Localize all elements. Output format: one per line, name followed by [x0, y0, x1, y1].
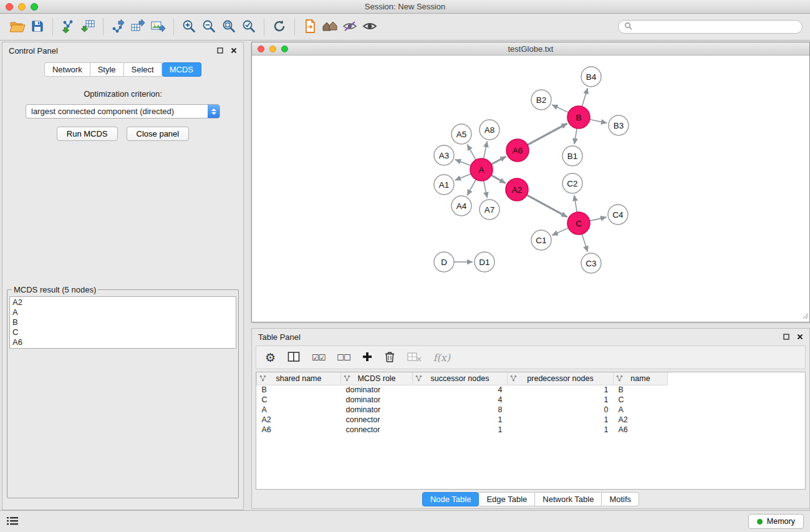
- network-node-A8[interactable]: A8: [480, 120, 499, 140]
- add-column-button[interactable]: [362, 352, 372, 364]
- import-table-button[interactable]: [78, 17, 98, 37]
- memory-button[interactable]: Memory: [748, 514, 804, 529]
- table-row[interactable]: A2connector11A2: [257, 415, 806, 425]
- criterion-dropdown[interactable]: largest connected component (directed): [26, 104, 220, 118]
- close-network-button[interactable]: [258, 46, 264, 52]
- network-node-B[interactable]: B: [567, 106, 590, 128]
- tab-network-table[interactable]: Network Table: [535, 492, 602, 506]
- table-cell[interactable]: A6: [614, 425, 668, 435]
- zoom-network-button[interactable]: [281, 46, 288, 52]
- close-window-button[interactable]: [6, 3, 13, 11]
- network-edge-A-A5[interactable]: [467, 145, 476, 160]
- table-row[interactable]: Adominator80A: [257, 405, 806, 415]
- mcds-result-item[interactable]: B: [12, 317, 233, 327]
- network-node-D[interactable]: D: [434, 252, 454, 272]
- tab-network[interactable]: Network: [44, 62, 90, 77]
- network-edge-B-B3[interactable]: [590, 120, 607, 123]
- network-edge-A-A6[interactable]: [491, 157, 506, 165]
- network-node-A5[interactable]: A5: [451, 124, 471, 144]
- table-cell[interactable]: A2: [257, 415, 341, 425]
- export-table-button[interactable]: [128, 17, 148, 37]
- table-cell[interactable]: 4: [413, 385, 508, 395]
- delete-column-button[interactable]: [384, 351, 395, 365]
- network-node-C4[interactable]: C4: [608, 205, 628, 225]
- network-edge-A-A8[interactable]: [484, 142, 488, 159]
- function-builder-button[interactable]: f(x): [433, 352, 450, 364]
- table-cell[interactable]: dominator: [341, 385, 413, 395]
- network-edge-A6-B[interactable]: [528, 123, 567, 145]
- table-row[interactable]: A6connector11A6: [257, 425, 806, 435]
- network-node-B4[interactable]: B4: [581, 67, 601, 87]
- column-header-successor-nodes[interactable]: successor nodes: [413, 372, 508, 385]
- network-edge-B-B4[interactable]: [582, 88, 587, 107]
- table-cell[interactable]: 1: [508, 385, 614, 395]
- table-settings-button[interactable]: ⚙: [265, 352, 276, 364]
- network-graph[interactable]: B4B2BB3A5A8A6B1A3AC2A1A2A4A7C4CC1C3DD1: [252, 56, 809, 320]
- network-edge-A2-C[interactable]: [527, 195, 567, 217]
- network-node-C1[interactable]: C1: [531, 230, 551, 250]
- network-node-A[interactable]: A: [470, 158, 493, 181]
- zoom-window-button[interactable]: [31, 3, 38, 11]
- network-node-A7[interactable]: A7: [480, 200, 499, 220]
- zoom-in-button[interactable]: [179, 17, 199, 37]
- network-edge-C-C2[interactable]: [574, 195, 577, 212]
- mcds-result-item[interactable]: A2: [12, 297, 233, 307]
- select-all-columns-button[interactable]: ☑☑: [312, 353, 325, 362]
- show-hide-button[interactable]: [360, 17, 380, 37]
- network-node-C2[interactable]: C2: [562, 173, 582, 193]
- search-input[interactable]: [635, 22, 796, 31]
- column-header-predecessor-nodes[interactable]: predecessor nodes: [508, 372, 614, 385]
- network-node-A1[interactable]: A1: [434, 175, 454, 195]
- table-cell[interactable]: 0: [508, 405, 614, 415]
- table-row[interactable]: Cdominator41C: [257, 395, 806, 405]
- network-node-A3[interactable]: A3: [434, 145, 454, 165]
- network-node-A2[interactable]: A2: [506, 178, 528, 201]
- table-cell[interactable]: 1: [413, 415, 508, 425]
- show-panels-menu-button[interactable]: [6, 516, 19, 528]
- table-cell[interactable]: 1: [508, 395, 614, 405]
- table-cell[interactable]: dominator: [341, 395, 413, 405]
- network-node-A6[interactable]: A6: [506, 139, 529, 162]
- deselect-all-columns-button[interactable]: ☐☐: [337, 353, 350, 362]
- delete-table-button[interactable]: [407, 352, 422, 364]
- table-cell[interactable]: B: [257, 385, 341, 395]
- float-panel-button[interactable]: [217, 47, 223, 54]
- minimize-window-button[interactable]: [18, 3, 26, 11]
- network-node-C3[interactable]: C3: [581, 253, 601, 273]
- network-node-D1[interactable]: D1: [475, 252, 494, 272]
- network-edge-C-C4[interactable]: [590, 217, 607, 221]
- close-table-panel-button[interactable]: [797, 334, 803, 340]
- tab-style[interactable]: Style: [90, 62, 124, 77]
- network-edge-A-A1[interactable]: [455, 174, 471, 180]
- column-header-shared-name[interactable]: shared name: [257, 372, 341, 385]
- mcds-result-item[interactable]: A6: [12, 337, 233, 347]
- network-edge-C-C1[interactable]: [552, 228, 568, 235]
- tab-edge-table[interactable]: Edge Table: [479, 492, 535, 506]
- table-cell[interactable]: 1: [413, 425, 508, 435]
- float-table-panel-button[interactable]: [783, 334, 789, 340]
- column-header-name[interactable]: name: [614, 372, 668, 385]
- network-edge-A-A4[interactable]: [467, 180, 476, 196]
- table-cell[interactable]: A2: [614, 415, 668, 425]
- zoom-fit-button[interactable]: [219, 17, 239, 37]
- import-network-button[interactable]: [58, 17, 78, 37]
- network-edge-C-C3[interactable]: [582, 234, 587, 252]
- network-canvas[interactable]: B4B2BB3A5A8A6B1A3AC2A1A2A4A7C4CC1C3DD1: [252, 56, 809, 322]
- network-node-B3[interactable]: B3: [609, 115, 629, 135]
- table-cell[interactable]: A: [614, 405, 668, 415]
- table-cell[interactable]: B: [614, 385, 668, 395]
- network-home-button[interactable]: [320, 17, 340, 37]
- mcds-result-item[interactable]: A: [12, 307, 233, 317]
- zoom-selected-button[interactable]: [239, 17, 259, 37]
- tab-select[interactable]: Select: [124, 62, 162, 77]
- export-network-button[interactable]: [108, 17, 128, 37]
- network-edge-B-B2[interactable]: [552, 105, 568, 112]
- toggle-graphics-details-button[interactable]: [340, 17, 360, 37]
- close-panel-icon-button[interactable]: [231, 47, 237, 54]
- table-cell[interactable]: C: [614, 395, 668, 405]
- table-cell[interactable]: 8: [413, 405, 508, 415]
- network-node-B1[interactable]: B1: [562, 146, 582, 166]
- tab-motifs[interactable]: Motifs: [602, 492, 639, 506]
- close-panel-button[interactable]: Close panel: [127, 127, 190, 141]
- zoom-out-button[interactable]: [199, 17, 219, 37]
